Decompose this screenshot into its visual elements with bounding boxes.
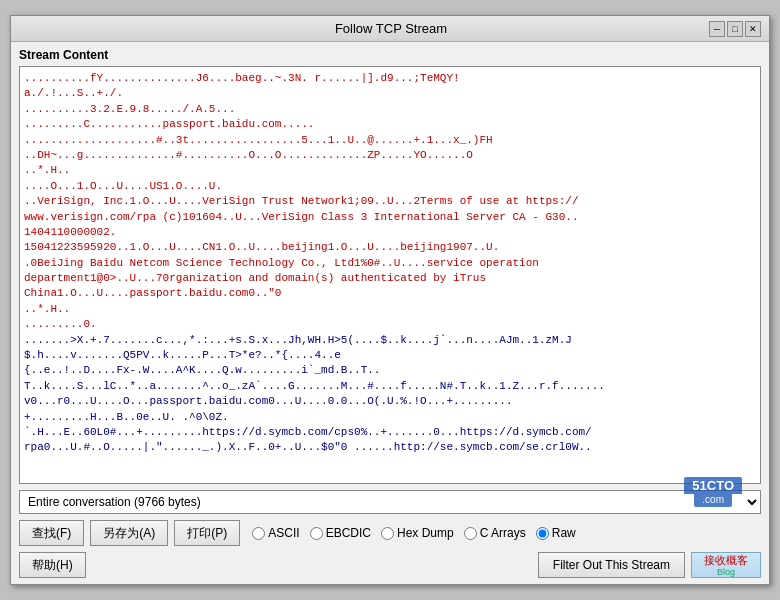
save-as-button[interactable]: 另存为(A) <box>90 520 168 546</box>
bottom-right: Filter Out This Stream 接收概客 Blog <box>538 552 761 578</box>
radio-raw[interactable] <box>536 527 549 540</box>
stream-line: $.h....v.......Q5PV..k.....P...T>*e?..*{… <box>24 348 756 363</box>
stream-line: {..e..!..D....Fx-.W....A^K....Q.w.......… <box>24 363 756 378</box>
next-button-label: 接收概客 <box>704 554 748 566</box>
radio-item-ebcdic[interactable]: EBCDIC <box>310 526 371 540</box>
stream-line: .........C...........passport.baidu.com.… <box>24 117 756 132</box>
title-bar: Follow TCP Stream ─ □ ✕ <box>11 16 769 42</box>
stream-line: department1@0>..U...70rganization and do… <box>24 271 756 286</box>
bottom-row: 帮助(H) Filter Out This Stream 接收概客 Blog <box>19 552 761 578</box>
stream-line: ..DH~...g..............#..........O...O.… <box>24 148 756 163</box>
bottom-left: 帮助(H) <box>19 552 86 578</box>
stream-line: ..VeriSign, Inc.1.O...U....VeriSign Trus… <box>24 194 756 209</box>
stream-line: `.H...E..60L0#...+.........https://d.sym… <box>24 425 756 440</box>
stream-line: .........0. <box>24 317 756 332</box>
radio-hexdump[interactable] <box>381 527 394 540</box>
radio-label-carrays: C Arrays <box>480 526 526 540</box>
stream-line: +.........H...B..0e..U. .^0\0Z. <box>24 410 756 425</box>
print-button[interactable]: 打印(P) <box>174 520 240 546</box>
next-button[interactable]: 接收概客 Blog <box>691 552 761 578</box>
close-button[interactable]: ✕ <box>745 21 761 37</box>
stream-line: China1.O...U....passport.baidu.com0.."0 <box>24 286 756 301</box>
radio-label-hexdump: Hex Dump <box>397 526 454 540</box>
stream-content-box[interactable]: ..........fY..............J6....baeg..~.… <box>19 66 761 484</box>
window-title: Follow TCP Stream <box>73 21 709 36</box>
maximize-button[interactable]: □ <box>727 21 743 37</box>
stream-line: ..........fY..............J6....baeg..~.… <box>24 71 756 86</box>
radio-label-ebcdic: EBCDIC <box>326 526 371 540</box>
stream-line: T..k....S...lC..*..a.......^..o_.zA`....… <box>24 379 756 394</box>
radio-label-raw: Raw <box>552 526 576 540</box>
window-body: Stream Content ..........fY.............… <box>11 42 769 584</box>
stream-line: ..........3.2.E.9.8...../.A.5... <box>24 102 756 117</box>
stream-line: 15041223595920..1.O...U....CN1.O..U....b… <box>24 240 756 255</box>
help-button[interactable]: 帮助(H) <box>19 552 86 578</box>
radio-item-ascii[interactable]: ASCII <box>252 526 299 540</box>
stream-line: rpa0...U.#..O.....|."......_.).X..F..0+.… <box>24 440 756 455</box>
stream-line: v0...r0...U....O...passport.baidu.com0..… <box>24 394 756 409</box>
find-button[interactable]: 查找(F) <box>19 520 84 546</box>
conversation-dropdown[interactable]: Entire conversation (9766 bytes) <box>19 490 761 514</box>
stream-line: ..*.H.. <box>24 163 756 178</box>
format-radio-group: ASCIIEBCDICHex DumpC ArraysRaw <box>252 526 575 540</box>
title-bar-buttons: ─ □ ✕ <box>709 21 761 37</box>
conversation-dropdown-row: Entire conversation (9766 bytes) <box>19 490 761 514</box>
stream-content-label: Stream Content <box>19 48 761 62</box>
radio-item-hexdump[interactable]: Hex Dump <box>381 526 454 540</box>
radio-carrays[interactable] <box>464 527 477 540</box>
radio-item-carrays[interactable]: C Arrays <box>464 526 526 540</box>
radio-ascii[interactable] <box>252 527 265 540</box>
stream-line: ..*.H.. <box>24 302 756 317</box>
stream-line: www.verisign.com/rpa (c)101604..U...Veri… <box>24 210 756 225</box>
minimize-button[interactable]: ─ <box>709 21 725 37</box>
stream-line: ....................#..3t...............… <box>24 133 756 148</box>
action-buttons-row: 查找(F) 另存为(A) 打印(P) ASCIIEBCDICHex DumpC … <box>19 520 761 546</box>
stream-line: ....O...1.O...U....US1.O....U. <box>24 179 756 194</box>
stream-line: .0BeiJing Baidu Netcom Science Technolog… <box>24 256 756 271</box>
stream-line: .......>X.+.7.......c...,*.:...+s.S.x...… <box>24 333 756 348</box>
radio-label-ascii: ASCII <box>268 526 299 540</box>
follow-tcp-stream-window: Follow TCP Stream ─ □ ✕ Stream Content .… <box>10 15 770 585</box>
radio-ebcdic[interactable] <box>310 527 323 540</box>
stream-line: a./.!...S..+./. <box>24 86 756 101</box>
radio-item-raw[interactable]: Raw <box>536 526 576 540</box>
filter-out-button[interactable]: Filter Out This Stream <box>538 552 685 578</box>
stream-line: 1404110000002. <box>24 225 756 240</box>
